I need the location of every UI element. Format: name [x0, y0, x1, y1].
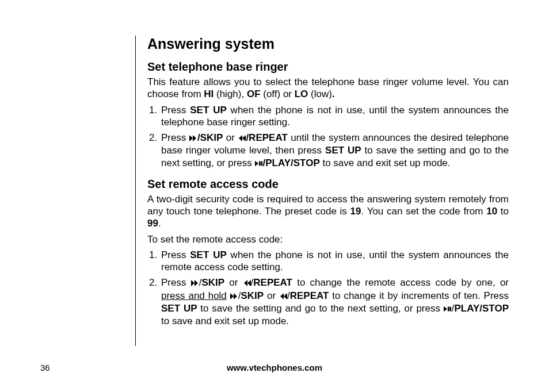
text: or [264, 290, 279, 301]
key-skip-word: SKIP [241, 290, 264, 301]
text: Press [161, 249, 190, 260]
key-setup: SET UP [325, 145, 361, 156]
label-of: OF [247, 89, 261, 99]
section-heading-remote: Set remote access code [147, 178, 509, 191]
label-hi: HI [204, 89, 214, 99]
svg-rect-17 [449, 306, 451, 311]
svg-rect-16 [448, 306, 449, 311]
svg-marker-13 [284, 293, 287, 299]
play-stop-icon [444, 303, 452, 315]
svg-marker-12 [234, 293, 237, 299]
text: to save and exit set up mode. [161, 316, 289, 326]
text: or [223, 132, 238, 143]
fast-forward-icon [189, 132, 197, 144]
key-setup: SET UP [190, 249, 227, 260]
svg-marker-0 [189, 135, 193, 141]
play-stop-icon [255, 157, 263, 170]
remote-lead: To set the remote access code: [147, 233, 509, 245]
text: Press [161, 132, 189, 143]
svg-marker-8 [195, 280, 198, 286]
fast-forward-icon [191, 277, 199, 289]
ringer-step-2: Press /SKIP or /REPEAT until the system … [160, 132, 509, 170]
code-max: 99 [147, 218, 158, 229]
rewind-icon [243, 277, 251, 289]
key-setup: SET UP [161, 303, 197, 314]
text: to save and exit set up mode. [320, 157, 451, 168]
page-title: Answering system [147, 36, 509, 52]
key-repeat: /REPEAT [246, 132, 287, 143]
text: (off) or [261, 89, 295, 99]
key-repeat-word: REPEAT [253, 277, 292, 288]
svg-marker-3 [239, 135, 242, 141]
key-playstop-word: PLAY/STOP [455, 303, 509, 314]
key-repeat-word: REPEAT [290, 290, 329, 301]
svg-marker-9 [247, 280, 251, 286]
text: to change it by increments of ten. Press [329, 290, 509, 301]
remote-step-1: Press SET UP when the phone is not in us… [160, 249, 509, 274]
key-skip-word: SKIP [201, 277, 224, 288]
content-column: Answering system Set telephone base ring… [135, 36, 509, 346]
svg-marker-14 [280, 293, 284, 299]
key-skip: /SKIP [197, 132, 223, 143]
remote-steps: Press SET UP when the phone is not in us… [147, 249, 509, 328]
key-playstop: /PLAY/STOP [263, 157, 320, 168]
svg-rect-6 [261, 161, 262, 166]
press-and-hold: press and hold [161, 290, 227, 301]
key-setup: SET UP [190, 105, 227, 116]
ringer-steps: Press SET UP when the phone is not in us… [147, 104, 509, 170]
ringer-intro: This feature allows you to select the te… [147, 76, 509, 101]
footer-url: www.vtechphones.com [0, 363, 549, 372]
svg-marker-11 [230, 293, 234, 299]
code-default: 19 [350, 206, 361, 217]
svg-marker-15 [444, 306, 447, 312]
label-lo: LO [295, 89, 308, 99]
manual-page: Answering system Set telephone base ring… [0, 0, 549, 392]
remote-step-2: Press /SKIP or /REPEAT to change the rem… [160, 276, 509, 327]
svg-rect-5 [259, 161, 261, 166]
text: (low) [308, 89, 332, 99]
text: Press [161, 277, 191, 288]
fast-forward-icon [230, 290, 238, 302]
text: Press [161, 105, 190, 116]
svg-marker-1 [193, 135, 196, 141]
text: to save the setting and go to the next s… [197, 303, 444, 314]
ringer-step-1: Press SET UP when the phone is not in us… [160, 104, 509, 129]
code-min: 10 [486, 206, 497, 217]
svg-marker-4 [255, 160, 258, 166]
remote-intro: A two-digit security code is required to… [147, 193, 509, 230]
rewind-icon [279, 290, 287, 302]
text: . [158, 218, 161, 229]
rewind-icon [238, 132, 246, 144]
text: to change the remote access code by one,… [292, 277, 509, 288]
svg-marker-7 [191, 280, 195, 286]
text: to [497, 206, 509, 217]
svg-marker-10 [244, 280, 247, 286]
section-heading-ringer: Set telephone base ringer [147, 60, 509, 74]
period: . [332, 89, 335, 99]
text: . You can set the code from [361, 206, 487, 217]
text: or [224, 277, 242, 288]
text: (high), [214, 89, 247, 99]
